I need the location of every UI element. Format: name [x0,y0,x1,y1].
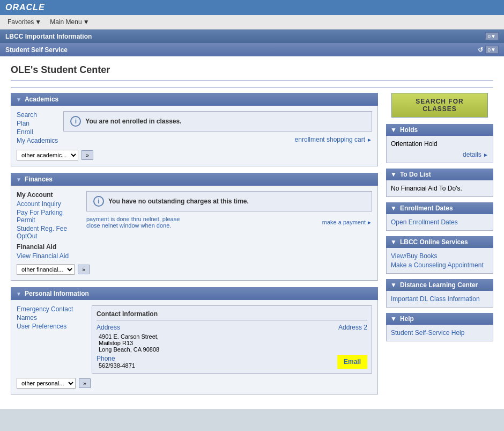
academics-go-btn[interactable]: » [81,150,93,160]
page-title: OLE's Student Center [11,64,493,81]
holds-panel: ▼ Holds Orientation Hold details ► [386,124,493,163]
finances-dropdown-row: other financial... » [17,264,372,275]
refresh-icon[interactable]: ↺ [478,46,483,54]
holds-chevron[interactable]: ▼ [390,126,397,134]
finances-dropdown[interactable]: other financial... [17,264,75,275]
enrollment-dates-chevron[interactable]: ▼ [390,204,397,212]
finances-right: i You have no outstanding charges at thi… [86,191,372,260]
holds-details-link[interactable]: details [463,151,481,158]
favorites-chevron: ▼ [35,18,41,26]
personal-left: Emergency Contact Names User Preferences [17,305,81,374]
lbcc-bar-btn[interactable]: o▼ [485,32,499,40]
personal-chevron[interactable]: ▼ [16,291,21,297]
distance-learning-panel: ▼ Distance Learning Center Important DL … [386,279,493,308]
self-service-bar-btn[interactable]: o▼ [485,46,499,54]
academics-enroll-link[interactable]: Enroll [17,128,58,136]
academics-search-link[interactable]: Search [17,111,58,119]
academics-plan-link[interactable]: Plan [17,120,58,127]
enrollment-dates-body: Open Enrollment Dates [386,214,493,231]
lbcc-online-header: ▼ LBCC Online Services [386,236,493,248]
todo-body: No Financial Aid To Do's. [386,180,493,197]
holds-arrow: ► [483,152,488,158]
lbcc-info-bar: LBCC Important Information o▼ [0,30,504,43]
holds-body: Orientation Hold details ► [386,136,493,163]
financial-aid-title: Financial Aid [17,243,81,251]
enrollment-cart-link[interactable]: enrollment shopping cart [295,136,365,143]
finances-go-btn[interactable]: » [78,265,90,274]
main-menu[interactable]: Main Menu ▼ [47,17,92,27]
dl-info-link[interactable]: Important DL Class Information [391,295,480,303]
main-menu-chevron: ▼ [83,18,90,26]
address2-link[interactable]: Address 2 [338,324,367,331]
personal-go-btn[interactable]: » [79,378,91,388]
personal-panel: ▼ Personal Information Emergency Contact… [11,287,378,395]
distance-learning-chevron[interactable]: ▼ [390,281,397,289]
info-icon: i [70,116,81,127]
todo-text: No Financial Aid To Do's. [391,185,488,192]
academics-dropdown-row: other academic... » [17,150,372,160]
help-panel: ▼ Help Student Self-Service Help [386,313,493,341]
counseling-appointment-link[interactable]: Make a Counseling Appointment [391,261,488,269]
academics-right-content: i You are not enrolled in classes. enrol… [63,111,372,145]
finances-body: My Account Account Inquiry Pay For Parki… [11,186,378,281]
todo-header: ▼ To Do List [386,169,493,180]
no-charges-box: i You have no outstanding charges at thi… [86,191,372,211]
personal-body: Emergency Contact Names User Preferences… [11,300,378,395]
phone-number: 562/938-4871 [97,362,135,369]
academics-chevron[interactable]: ▼ [16,97,21,103]
contact-info-header: Contact Information [97,310,367,320]
payment-arrow: ► [367,220,372,225]
address-line3: Long Beach, CA 90808 [99,346,367,353]
holds-header: ▼ Holds [386,124,493,136]
academics-panel: ▼ Academics Search Plan Enroll My Academ… [11,93,378,166]
view-financial-aid-link[interactable]: View Financial Aid [17,252,81,260]
academics-dropdown[interactable]: other academic... [17,150,78,160]
academics-body: Search Plan Enroll My Academics i You ar… [11,106,378,166]
personal-dropdown[interactable]: other personal... [17,378,76,389]
address-line1: 4901 E. Carson Street, [99,333,367,340]
student-reg-link[interactable]: Student Reg. Fee OptOut [17,225,81,240]
help-chevron[interactable]: ▼ [390,315,397,323]
names-link[interactable]: Names [17,314,81,322]
emergency-contact-link[interactable]: Emergency Contact [17,305,81,313]
pay-parking-link[interactable]: Pay For Parking Permit [17,209,81,224]
distance-learning-body: Important DL Class Information [386,291,493,308]
search-classes-button[interactable]: Search For Classes [391,93,488,118]
todo-panel: ▼ To Do List No Financial Aid To Do's. [386,169,493,197]
finances-info-icon: i [93,196,104,207]
my-account-title: My Account [17,191,81,199]
academics-my-academics-link[interactable]: My Academics [17,137,58,144]
lbcc-online-body: View/Buy Books Make a Counseling Appoint… [386,248,493,274]
lbcc-online-panel: ▼ LBCC Online Services View/Buy Books Ma… [386,236,493,274]
academics-header: ▼ Academics [11,93,378,106]
address-link[interactable]: Address [97,324,120,331]
make-payment-link[interactable]: make a payment [322,219,366,225]
lbcc-online-chevron[interactable]: ▼ [390,238,397,246]
open-enrollment-link[interactable]: Open Enrollment Dates [391,218,458,226]
enrollment-dates-header: ▼ Enrollment Dates [386,202,493,214]
view-buy-books-link[interactable]: View/Buy Books [391,252,488,260]
favorites-menu[interactable]: Favorites ▼ [4,17,45,27]
not-enrolled-box: i You are not enrolled in classes. [63,111,372,132]
todo-chevron[interactable]: ▼ [390,171,397,178]
search-btn-container: Search For Classes [386,93,493,118]
finances-left: My Account Account Inquiry Pay For Parki… [17,191,81,260]
oracle-bar: ORACLE [0,0,504,15]
hold-text: Orientation Hold [391,140,488,148]
self-service-help-link[interactable]: Student Self-Service Help [391,329,464,337]
nav-bar: Favorites ▼ Main Menu ▼ [0,15,504,30]
user-preferences-link[interactable]: User Preferences [17,323,81,330]
personal-dropdown-row: other personal... » [17,378,372,389]
phone-link[interactable]: Phone [97,355,135,362]
distance-learning-header: ▼ Distance Learning Center [386,279,493,291]
contact-info-box: Contact Information Address Address 2 49… [92,305,372,374]
help-header: ▼ Help [386,313,493,325]
payment-note-link[interactable]: payment is done thru nelnet, please clos… [86,216,194,229]
finances-chevron[interactable]: ▼ [16,177,21,182]
enrollment-dates-panel: ▼ Enrollment Dates Open Enrollment Dates [386,202,493,231]
self-service-bar: Student Self Service ↺ o▼ [0,43,504,56]
help-body: Student Self-Service Help [386,325,493,341]
finances-panel: ▼ Finances My Account Account Inquiry Pa… [11,173,378,281]
account-inquiry-link[interactable]: Account Inquiry [17,200,81,208]
email-link[interactable]: Email [337,355,367,369]
